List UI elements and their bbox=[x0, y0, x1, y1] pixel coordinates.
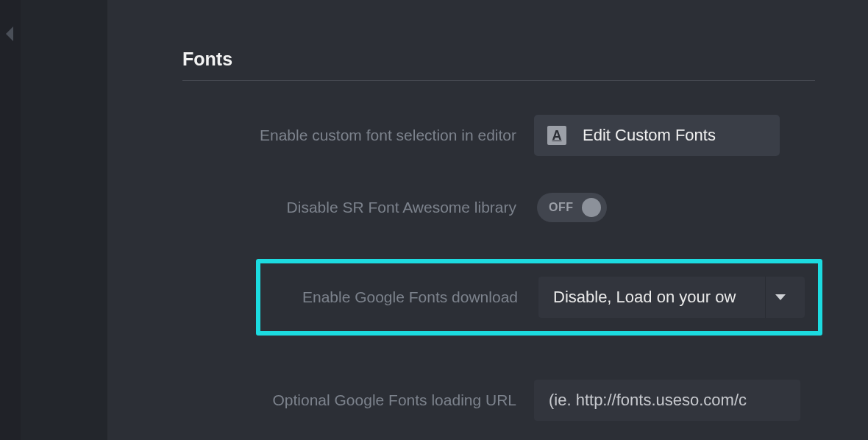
toggle-state-label: OFF bbox=[549, 201, 574, 214]
label-custom-font: Enable custom font selection in editor bbox=[182, 127, 534, 144]
font-a-icon: A bbox=[547, 126, 566, 145]
toggle-disable-sr-fa[interactable]: OFF bbox=[537, 193, 607, 222]
collapsed-sidebar bbox=[0, 0, 21, 440]
select-value: Disable, Load on your ow bbox=[553, 288, 765, 307]
select-google-fonts-mode[interactable]: Disable, Load on your ow bbox=[538, 277, 805, 318]
label-optional-url: Optional Google Fonts loading URL bbox=[182, 391, 534, 409]
button-label: Edit Custom Fonts bbox=[583, 126, 716, 145]
secondary-sidebar bbox=[21, 0, 107, 440]
edit-custom-fonts-button[interactable]: A Edit Custom Fonts bbox=[534, 115, 780, 156]
row-google-fonts-highlighted: Enable Google Fonts download Disable, Lo… bbox=[256, 259, 822, 336]
row-disable-sr-fa: Disable SR Font Awesome library OFF bbox=[182, 193, 815, 222]
row-custom-font: Enable custom font selection in editor A… bbox=[182, 115, 815, 156]
toggle-knob bbox=[582, 198, 601, 217]
chevron-left-icon[interactable] bbox=[6, 26, 13, 41]
section-title: Fonts bbox=[182, 49, 817, 70]
select-arrow-box bbox=[765, 277, 794, 318]
section-divider bbox=[182, 80, 815, 81]
label-google-fonts: Enable Google Fonts download bbox=[260, 288, 538, 306]
row-optional-url: Optional Google Fonts loading URL bbox=[182, 380, 815, 421]
chevron-down-icon bbox=[775, 294, 786, 300]
fonts-settings-panel: Fonts Enable custom font selection in ed… bbox=[107, 0, 868, 440]
label-disable-sr-fa: Disable SR Font Awesome library bbox=[182, 199, 534, 216]
input-optional-url[interactable] bbox=[534, 380, 800, 421]
